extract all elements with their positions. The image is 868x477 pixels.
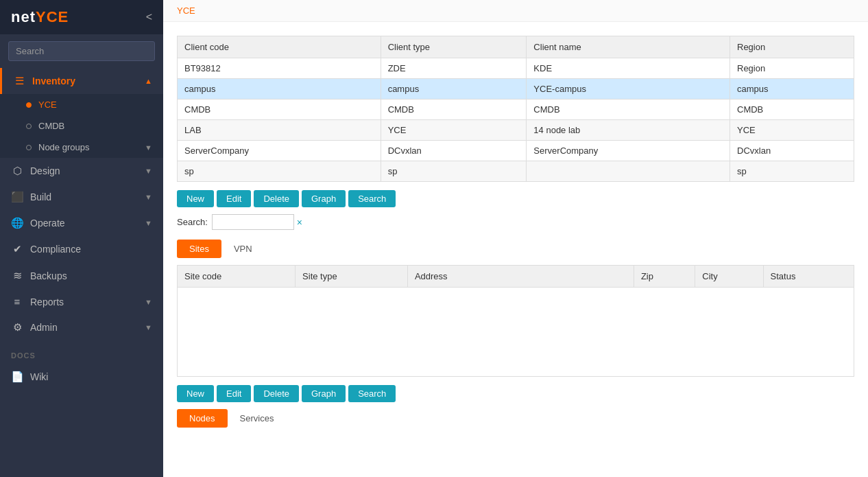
search-row: Search: × <box>177 214 854 230</box>
bottom-new-button[interactable]: New <box>177 385 214 402</box>
breadcrumb-text: YCE <box>177 5 195 16</box>
sidebar-item-label-inventory: Inventory <box>32 75 145 86</box>
bottom-search-button[interactable]: Search <box>348 385 396 402</box>
inventory-children: YCE CMDB Node groups ▼ <box>0 94 163 158</box>
sidebar-item-reports[interactable]: ≡ Reports ▼ <box>0 289 163 314</box>
sidebar-child-node-groups[interactable]: Node groups ▼ <box>0 137 163 158</box>
table-row: ServerCompanyDCvxlanServerCompanyDCvxlan <box>178 141 854 161</box>
sidebar-item-operate[interactable]: 🌐 Operate ▼ <box>0 210 163 236</box>
table-row: campuscampusYCE-campuscampus <box>178 79 854 100</box>
breadcrumb: YCE <box>163 0 868 22</box>
build-arrow-icon: ▼ <box>145 193 152 201</box>
table-row: LABYCE14 node labYCE <box>178 120 854 141</box>
wiki-icon: 📄 <box>11 371 23 383</box>
top-delete-button[interactable]: Delete <box>254 190 299 207</box>
top-search-button[interactable]: Search <box>348 190 396 207</box>
sidebar-item-compliance[interactable]: ✔ Compliance <box>0 236 163 262</box>
tab-nodes[interactable]: Nodes <box>177 409 228 428</box>
search-label: Search: <box>177 217 208 227</box>
content-area: Client code Client type Client name Regi… <box>163 22 868 477</box>
design-arrow-icon: ▼ <box>145 167 152 175</box>
sidebar-item-label-compliance: Compliance <box>30 244 152 255</box>
sidebar-item-build[interactable]: ⬛ Build ▼ <box>0 184 163 210</box>
top-graph-button[interactable]: Graph <box>302 190 346 207</box>
reports-arrow-icon: ▼ <box>145 298 152 306</box>
build-icon: ⬛ <box>11 191 23 203</box>
col-address: Address <box>407 266 634 288</box>
admin-icon: ⚙ <box>11 321 23 334</box>
tab-sites[interactable]: Sites <box>177 240 221 258</box>
sidebar-item-label-operate: Operate <box>30 218 145 229</box>
operate-icon: 🌐 <box>11 217 23 229</box>
sidebar-item-label-wiki: Wiki <box>30 371 152 382</box>
col-city: City <box>695 266 763 288</box>
yce-dot-icon <box>26 102 32 108</box>
sidebar: netYCE < ☰ Inventory ▲ YCE CMDB Node gro… <box>0 0 163 477</box>
bottom-graph-button[interactable]: Graph <box>302 385 346 402</box>
bottom-edit-button[interactable]: Edit <box>217 385 251 402</box>
admin-arrow-icon: ▼ <box>145 323 152 331</box>
sidebar-item-label-design: Design <box>30 165 145 176</box>
sidebar-item-label-reports: Reports <box>30 296 145 307</box>
top-new-button[interactable]: New <box>177 190 214 207</box>
sidebar-item-backups[interactable]: ≋ Backups <box>0 262 163 289</box>
table-row: CMDBCMDBCMDBCMDB <box>178 100 854 120</box>
table-row: BT93812ZDEKDERegion <box>178 58 854 79</box>
table-row: spspsp <box>178 161 854 182</box>
inventory-icon: ☰ <box>13 75 25 87</box>
inventory-arrow-icon: ▲ <box>145 77 152 85</box>
top-edit-button[interactable]: Edit <box>217 190 251 207</box>
logo-accent: YCE <box>36 8 69 25</box>
nodegroups-arrow-icon: ▼ <box>145 143 152 152</box>
reports-icon: ≡ <box>11 296 23 307</box>
cmdb-dot-icon <box>26 124 32 129</box>
col-region: Region <box>730 36 854 58</box>
main-content: YCE Client code Client type Client name … <box>163 0 868 477</box>
operate-arrow-icon: ▼ <box>145 219 152 227</box>
bottom-action-buttons: New Edit Delete Graph Search <box>177 385 854 402</box>
compliance-icon: ✔ <box>11 243 23 255</box>
sidebar-child-label-cmdb: CMDB <box>38 121 64 131</box>
backups-icon: ≋ <box>11 269 23 282</box>
nodegroups-dot-icon <box>26 145 32 150</box>
nodes-tab-bar: Nodes Services <box>177 409 854 428</box>
top-action-buttons: New Edit Delete Graph Search <box>177 190 854 207</box>
sidebar-item-label-backups: Backups <box>30 270 152 281</box>
sidebar-child-cmdb[interactable]: CMDB <box>0 115 163 137</box>
sidebar-item-label-build: Build <box>30 191 145 202</box>
sidebar-child-yce[interactable]: YCE <box>0 94 163 115</box>
sites-tab-bar: Sites VPN <box>177 240 854 258</box>
sidebar-child-label-nodegroups: Node groups <box>38 142 89 152</box>
sidebar-item-admin[interactable]: ⚙ Admin ▼ <box>0 314 163 340</box>
search-input[interactable] <box>8 41 155 61</box>
col-status: Status <box>763 266 854 288</box>
bottom-delete-button[interactable]: Delete <box>254 385 299 402</box>
sidebar-header: netYCE < <box>0 0 163 34</box>
clients-table: Client code Client type Client name Regi… <box>177 36 854 182</box>
logo: netYCE <box>11 8 69 26</box>
col-site-type: Site type <box>296 266 408 288</box>
search-field[interactable] <box>212 214 294 230</box>
sidebar-child-label-yce: YCE <box>38 100 57 110</box>
col-client-type: Client type <box>381 36 527 58</box>
col-zip: Zip <box>634 266 695 288</box>
sidebar-item-wiki[interactable]: 📄 Wiki <box>0 364 163 390</box>
sites-table: Site code Site type Address Zip City Sta… <box>177 265 854 377</box>
col-client-name: Client name <box>527 36 730 58</box>
col-site-code: Site code <box>178 266 296 288</box>
table-row <box>178 288 854 377</box>
collapse-button[interactable]: < <box>146 11 152 23</box>
docs-label: DOCS <box>0 340 163 364</box>
clear-search-button[interactable]: × <box>297 217 302 228</box>
sidebar-item-design[interactable]: ⬡ Design ▼ <box>0 158 163 184</box>
sidebar-item-inventory[interactable]: ☰ Inventory ▲ <box>0 68 163 94</box>
tab-services[interactable]: Services <box>228 409 287 428</box>
design-icon: ⬡ <box>11 165 23 177</box>
col-client-code: Client code <box>178 36 381 58</box>
sidebar-item-label-admin: Admin <box>30 322 145 333</box>
tab-vpn[interactable]: VPN <box>221 240 265 258</box>
